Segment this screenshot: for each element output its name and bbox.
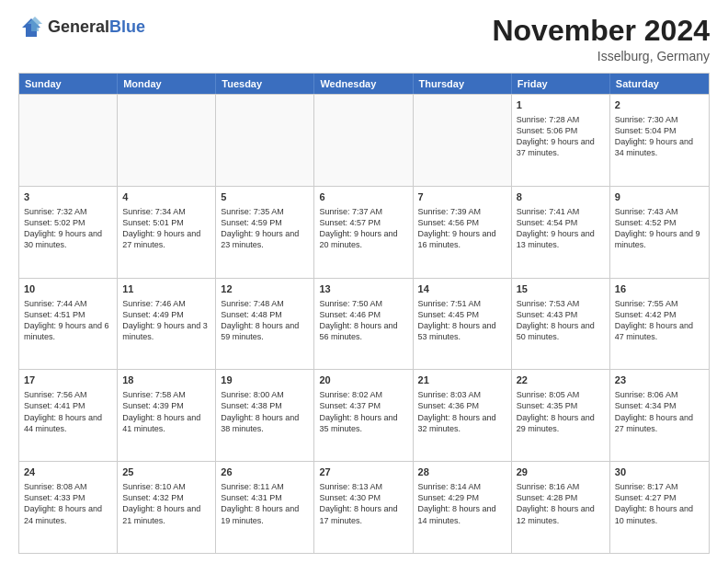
day-info: Sunrise: 7:56 AM (24, 389, 112, 400)
day-number: 10 (24, 282, 112, 296)
day-info: Sunset: 4:39 PM (122, 400, 210, 411)
cal-cell: 19Sunrise: 8:00 AMSunset: 4:38 PMDayligh… (216, 370, 314, 461)
day-info: Sunset: 5:06 PM (517, 125, 605, 136)
day-info: Daylight: 8 hours and 56 minutes. (319, 320, 407, 342)
cal-row: 17Sunrise: 7:56 AMSunset: 4:41 PMDayligh… (19, 369, 709, 461)
cal-cell: 26Sunrise: 8:11 AMSunset: 4:31 PMDayligh… (216, 462, 314, 553)
logo-icon (18, 15, 44, 40)
day-info: Sunset: 5:02 PM (24, 217, 112, 228)
day-info: Sunrise: 7:34 AM (122, 206, 210, 217)
day-info: Daylight: 8 hours and 32 minutes. (418, 412, 506, 434)
day-info: Sunset: 4:54 PM (517, 217, 605, 228)
day-number: 5 (221, 190, 309, 204)
logo-blue: Blue (109, 18, 145, 37)
day-info: Sunset: 4:27 PM (615, 492, 704, 503)
day-info: Daylight: 8 hours and 12 minutes. (517, 503, 605, 525)
day-info: Sunrise: 8:08 AM (24, 481, 112, 492)
day-info: Sunrise: 7:46 AM (122, 298, 210, 309)
day-info: Sunset: 4:41 PM (24, 400, 112, 411)
day-info: Sunset: 4:31 PM (221, 492, 309, 503)
logo-general: General (48, 18, 109, 37)
day-info: Daylight: 8 hours and 41 minutes. (122, 412, 210, 434)
cal-cell: 4Sunrise: 7:34 AMSunset: 5:01 PMDaylight… (118, 187, 216, 278)
day-info: Sunset: 4:32 PM (122, 492, 210, 503)
col-sunday: Sunday (19, 74, 118, 94)
cal-row: 24Sunrise: 8:08 AMSunset: 4:33 PMDayligh… (19, 461, 709, 553)
day-info: Sunset: 4:49 PM (122, 309, 210, 320)
day-info: Sunrise: 7:35 AM (221, 206, 309, 217)
day-number: 14 (418, 282, 506, 296)
day-info: Daylight: 8 hours and 21 minutes. (122, 503, 210, 525)
day-info: Sunrise: 7:48 AM (221, 298, 309, 309)
cal-cell: 8Sunrise: 7:41 AMSunset: 4:54 PMDaylight… (512, 187, 610, 278)
day-info: Sunset: 4:48 PM (221, 309, 309, 320)
cal-cell: 25Sunrise: 8:10 AMSunset: 4:32 PMDayligh… (118, 462, 216, 553)
day-info: Sunset: 4:42 PM (615, 309, 704, 320)
day-info: Sunrise: 7:37 AM (319, 206, 407, 217)
day-info: Daylight: 9 hours and 16 minutes. (418, 228, 506, 250)
cal-cell: 11Sunrise: 7:46 AMSunset: 4:49 PMDayligh… (118, 279, 216, 370)
month-title: November 2024 (492, 15, 710, 47)
day-info: Sunrise: 8:13 AM (319, 481, 407, 492)
cal-row: 3Sunrise: 7:32 AMSunset: 5:02 PMDaylight… (19, 186, 709, 278)
cal-cell: 14Sunrise: 7:51 AMSunset: 4:45 PMDayligh… (414, 279, 512, 370)
day-number: 17 (24, 373, 112, 387)
day-info: Sunset: 4:46 PM (319, 309, 407, 320)
cal-cell: 7Sunrise: 7:39 AMSunset: 4:56 PMDaylight… (414, 187, 512, 278)
day-info: Sunset: 4:57 PM (319, 217, 407, 228)
day-number: 22 (517, 373, 605, 387)
cal-cell: 1Sunrise: 7:28 AMSunset: 5:06 PMDaylight… (512, 95, 610, 186)
cal-cell (118, 95, 216, 186)
day-number: 28 (418, 465, 506, 479)
cal-cell: 9Sunrise: 7:43 AMSunset: 4:52 PMDaylight… (610, 187, 709, 278)
day-info: Sunrise: 7:30 AM (615, 114, 704, 125)
cal-cell: 20Sunrise: 8:02 AMSunset: 4:37 PMDayligh… (314, 370, 413, 461)
cal-cell: 6Sunrise: 7:37 AMSunset: 4:57 PMDaylight… (314, 187, 413, 278)
location-subtitle: Isselburg, Germany (492, 49, 710, 63)
day-info: Sunset: 4:52 PM (615, 217, 704, 228)
day-info: Sunrise: 7:58 AM (122, 389, 210, 400)
day-info: Sunset: 5:04 PM (615, 125, 704, 136)
day-info: Sunset: 5:01 PM (122, 217, 210, 228)
day-number: 13 (319, 282, 407, 296)
cal-cell: 17Sunrise: 7:56 AMSunset: 4:41 PMDayligh… (19, 370, 118, 461)
day-info: Sunset: 4:56 PM (418, 217, 506, 228)
page: General Blue November 2024 Isselburg, Ge… (0, 0, 728, 563)
day-info: Sunrise: 8:03 AM (418, 389, 506, 400)
day-number: 16 (615, 282, 704, 296)
day-number: 21 (418, 373, 506, 387)
cal-cell: 21Sunrise: 8:03 AMSunset: 4:36 PMDayligh… (414, 370, 512, 461)
day-info: Daylight: 8 hours and 47 minutes. (615, 320, 704, 342)
header: General Blue November 2024 Isselburg, Ge… (18, 15, 710, 63)
day-info: Daylight: 9 hours and 37 minutes. (517, 136, 605, 158)
cal-cell: 29Sunrise: 8:16 AMSunset: 4:28 PMDayligh… (512, 462, 610, 553)
calendar: Sunday Monday Tuesday Wednesday Thursday… (18, 73, 710, 554)
cal-cell: 2Sunrise: 7:30 AMSunset: 5:04 PMDaylight… (610, 95, 709, 186)
col-monday: Monday (118, 74, 216, 94)
col-wednesday: Wednesday (314, 74, 413, 94)
logo-text: General Blue (48, 18, 145, 37)
day-info: Sunrise: 7:28 AM (517, 114, 605, 125)
day-number: 30 (615, 465, 704, 479)
day-number: 25 (122, 465, 210, 479)
col-saturday: Saturday (610, 74, 709, 94)
day-info: Sunset: 4:34 PM (615, 400, 704, 411)
day-info: Sunrise: 7:55 AM (615, 298, 704, 309)
day-number: 11 (122, 282, 210, 296)
title-block: November 2024 Isselburg, Germany (492, 15, 710, 63)
day-number: 29 (517, 465, 605, 479)
col-thursday: Thursday (414, 74, 512, 94)
cal-cell (19, 95, 118, 186)
cal-cell: 27Sunrise: 8:13 AMSunset: 4:30 PMDayligh… (314, 462, 413, 553)
cal-cell: 28Sunrise: 8:14 AMSunset: 4:29 PMDayligh… (414, 462, 512, 553)
day-info: Daylight: 9 hours and 13 minutes. (517, 228, 605, 250)
day-number: 3 (24, 190, 112, 204)
day-info: Daylight: 9 hours and 6 minutes. (24, 320, 112, 342)
day-info: Daylight: 8 hours and 38 minutes. (221, 412, 309, 434)
day-number: 18 (122, 373, 210, 387)
cal-row: 10Sunrise: 7:44 AMSunset: 4:51 PMDayligh… (19, 278, 709, 370)
day-info: Sunset: 4:33 PM (24, 492, 112, 503)
day-number: 20 (319, 373, 407, 387)
day-number: 15 (517, 282, 605, 296)
cal-cell: 3Sunrise: 7:32 AMSunset: 5:02 PMDaylight… (19, 187, 118, 278)
